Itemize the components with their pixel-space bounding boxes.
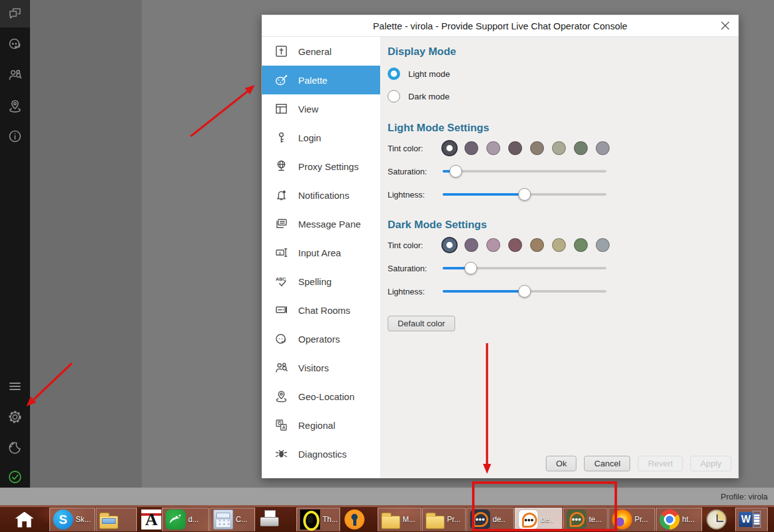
dark-mode-option[interactable]: Dark mode <box>388 89 738 103</box>
taskbar-item-calculator[interactable]: C... <box>209 508 255 531</box>
tint-swatch[interactable] <box>465 141 478 155</box>
taskbar-item-clock[interactable] <box>703 508 735 531</box>
revert-button[interactable]: Revert <box>638 456 683 471</box>
nav-item-proxy-settings[interactable]: Proxy Settings <box>262 152 380 181</box>
nav-item-operators[interactable]: Operators <box>262 324 380 353</box>
taskbar-item-printer[interactable] <box>256 508 296 531</box>
tint-swatch[interactable] <box>552 141 566 155</box>
ok-button[interactable]: Ok <box>546 456 576 471</box>
nav-item-general[interactable]: General <box>262 37 380 66</box>
taskbar-item-chat-dark[interactable]: de.. <box>466 508 514 531</box>
proxy-globe-icon <box>274 159 289 174</box>
taskbar-item-abiword[interactable] <box>138 508 161 531</box>
tint-swatch[interactable] <box>443 238 456 252</box>
dialog-titlebar[interactable]: Palette - virola - Provide Support Live … <box>262 15 738 37</box>
dark-mode-settings-heading: Dark Mode Settings <box>388 219 738 231</box>
nav-item-notifications[interactable]: Notifications <box>262 181 380 209</box>
dark-saturation-label: Saturation: <box>388 264 443 273</box>
nav-item-regional[interactable]: A Regional <box>262 411 380 439</box>
taskbar-item-folder-m[interactable]: M... <box>378 508 421 531</box>
light-lightness-slider[interactable] <box>443 188 606 201</box>
menu-icon[interactable] <box>0 376 30 397</box>
regional-icon: A <box>274 418 289 433</box>
diagnostics-icon <box>274 446 289 461</box>
tint-swatch[interactable] <box>465 238 478 252</box>
taskbar-item-dolphin[interactable]: d... <box>162 508 209 531</box>
skype-icon <box>53 509 73 529</box>
taskbar-item-thunderbird[interactable]: Th... <box>296 508 340 531</box>
light-mode-radio[interactable] <box>388 68 400 80</box>
openvpn-icon <box>344 509 364 529</box>
taskbar-item-skype[interactable]: Sk... <box>49 508 95 531</box>
slider-thumb[interactable] <box>450 165 462 178</box>
operator-icon[interactable] <box>0 33 30 54</box>
taskbar-item-word[interactable] <box>735 508 768 531</box>
dark-mode-moon-icon[interactable] <box>0 437 30 458</box>
settings-gear-icon[interactable] <box>0 406 30 428</box>
info-icon[interactable] <box>0 126 30 147</box>
view-icon <box>274 101 289 116</box>
taskbar-item-chrome[interactable]: ht... <box>656 508 702 531</box>
nav-item-message-pane[interactable]: Message Pane <box>262 209 380 238</box>
svg-text:ABC: ABC <box>276 276 286 282</box>
clock-icon <box>706 509 726 529</box>
tint-swatch[interactable] <box>486 238 500 252</box>
taskbar-item-firefox[interactable]: Pr... <box>608 508 655 531</box>
visitors-icon[interactable] <box>0 64 30 86</box>
general-icon <box>274 44 289 59</box>
tint-swatch[interactable] <box>530 238 544 252</box>
tint-swatch[interactable] <box>486 141 500 155</box>
light-mode-option[interactable]: Light mode <box>388 67 738 81</box>
dark-saturation-slider[interactable] <box>443 262 606 274</box>
light-tint-swatches <box>443 141 618 155</box>
default-color-button[interactable]: Default color <box>388 316 455 331</box>
geo-location-icon[interactable] <box>0 96 30 117</box>
slider-thumb[interactable] <box>518 285 531 298</box>
taskbar-item-file-explorer[interactable] <box>96 508 137 531</box>
file-explorer-icon <box>99 516 118 529</box>
abiword-icon <box>141 509 161 529</box>
nav-item-geo-location[interactable]: Geo-Location <box>262 382 380 411</box>
dark-mode-radio[interactable] <box>388 90 400 103</box>
light-saturation-slider[interactable] <box>443 165 606 178</box>
nav-item-chat-rooms[interactable]: Chat Rooms <box>262 296 380 324</box>
dialog-nav: General Palette View Login Proxy Setting… <box>262 37 380 478</box>
dark-tint-swatches <box>443 238 618 252</box>
nav-item-diagnostics[interactable]: Diagnostics <box>262 439 380 468</box>
taskbar-item-chat-white[interactable]: de.. <box>515 508 562 531</box>
nav-item-spelling[interactable]: ABC Spelling <box>262 267 380 296</box>
geo-location-icon <box>274 389 289 404</box>
apply-button[interactable]: Apply <box>690 456 731 471</box>
notifications-bell-icon <box>274 188 289 203</box>
nav-item-view[interactable]: View <box>262 94 380 123</box>
contact-list-panel-dimmed <box>30 0 142 488</box>
nav-item-palette[interactable]: Palette <box>262 66 380 94</box>
tint-swatch[interactable] <box>552 238 566 252</box>
chats-icon[interactable] <box>0 3 30 24</box>
home-icon <box>15 512 34 528</box>
dark-lightness-slider[interactable] <box>443 285 606 298</box>
status-ok-icon[interactable] <box>0 466 30 488</box>
taskbar-item-openvpn[interactable] <box>341 508 377 531</box>
tint-swatch[interactable] <box>530 141 544 155</box>
cancel-button[interactable]: Cancel <box>584 456 630 471</box>
taskbar-item-folder-pr[interactable]: Pr... <box>422 508 466 531</box>
firefox-icon <box>612 509 632 529</box>
tint-swatch[interactable] <box>443 141 456 155</box>
tint-swatch[interactable] <box>508 238 522 252</box>
tint-swatch[interactable] <box>596 141 610 155</box>
close-button[interactable] <box>717 18 733 34</box>
palette-icon <box>274 73 289 88</box>
tint-swatch[interactable] <box>574 141 588 155</box>
nav-item-input-area[interactable]: a Input Area <box>262 238 380 267</box>
tint-swatch[interactable] <box>596 238 610 252</box>
tint-swatch[interactable] <box>574 238 588 252</box>
taskbar-item-start-home[interactable] <box>0 507 49 532</box>
visitors-icon <box>274 360 289 375</box>
taskbar-item-chat-green[interactable]: te... <box>563 508 608 531</box>
slider-thumb[interactable] <box>518 188 531 201</box>
nav-item-visitors[interactable]: Visitors <box>262 353 380 382</box>
tint-swatch[interactable] <box>508 141 522 155</box>
nav-item-login[interactable]: Login <box>262 123 380 152</box>
slider-thumb[interactable] <box>465 262 477 274</box>
